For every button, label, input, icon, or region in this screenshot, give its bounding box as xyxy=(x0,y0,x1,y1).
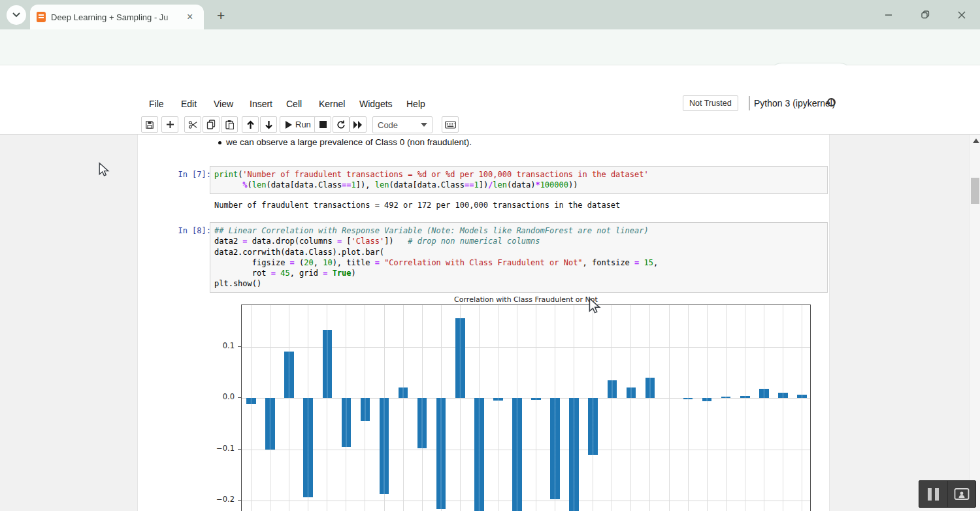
bar-V14 xyxy=(512,398,522,511)
bar-V11 xyxy=(455,318,465,398)
move-cell-up-button[interactable] xyxy=(242,116,259,133)
cell7-input[interactable]: print('Number of fraudulent transactions… xyxy=(210,166,828,194)
notebook-container: we can observe a large prevalence of Cla… xyxy=(137,135,830,511)
cell8-prompt: In [8]: xyxy=(164,225,211,236)
bar-V20 xyxy=(627,387,636,398)
window-restore-button[interactable] xyxy=(907,0,943,29)
notebook-area: we can observe a large prevalence of Cla… xyxy=(0,135,980,511)
bar-V24 xyxy=(702,398,712,401)
pause-icon xyxy=(928,488,939,501)
tab-title: Deep Learning + Sampling - Ju xyxy=(51,12,182,22)
cut-cell-button[interactable] xyxy=(184,116,201,133)
paste-cell-button[interactable] xyxy=(221,116,238,133)
move-cell-down-button[interactable] xyxy=(260,116,277,133)
menu-cell[interactable]: Cell xyxy=(286,99,302,109)
restart-run-all-button[interactable] xyxy=(350,116,367,133)
bar-V17 xyxy=(569,398,579,511)
bar-V19 xyxy=(608,380,617,398)
bar-V3 xyxy=(303,398,313,497)
code-line: %(len(data[data.Class==1]), len(data[dat… xyxy=(214,180,823,190)
markdown-bullet-dot xyxy=(218,141,221,144)
code-line: ## Linear Correlation with Response Vari… xyxy=(214,225,823,236)
menu-file[interactable]: File xyxy=(149,99,164,109)
bar-V7 xyxy=(380,398,389,494)
save-button[interactable] xyxy=(141,116,158,133)
code-line: rot = 45, grid = True) xyxy=(214,268,823,278)
bar-V13 xyxy=(493,398,503,401)
bar-V16 xyxy=(550,398,560,499)
code-line: data2.corrwith(data.Class).plot.bar( xyxy=(214,247,823,257)
jupyter-menubar: File Edit View Insert Cell Kernel Widget… xyxy=(0,93,980,115)
y-tick-label: −0.2 xyxy=(201,495,235,504)
window-close-button[interactable] xyxy=(943,0,980,29)
interrupt-kernel-button[interactable] xyxy=(314,116,331,133)
code-line: plt.show() xyxy=(214,278,823,289)
bar-V28 xyxy=(778,393,788,398)
add-cell-button[interactable] xyxy=(161,116,178,133)
cell7-prompt: In [7]: xyxy=(164,169,211,180)
kernel-separator xyxy=(749,96,750,110)
pause-button[interactable] xyxy=(919,481,947,507)
bar-V12 xyxy=(474,398,484,511)
window-controls xyxy=(870,0,980,29)
correlation-bar-chart xyxy=(241,305,811,511)
bar-V27 xyxy=(759,389,769,398)
menu-kernel[interactable]: Kernel xyxy=(319,99,345,109)
code-line: figsize = (20, 10), title = "Correlation… xyxy=(214,257,823,268)
copy-cell-button[interactable] xyxy=(203,116,220,133)
restart-kernel-button[interactable] xyxy=(333,116,350,133)
menu-view[interactable]: View xyxy=(214,99,233,109)
code-line: print('Number of fraudulent transactions… xyxy=(214,169,823,180)
new-tab-button[interactable]: + xyxy=(217,8,225,24)
bar-V6 xyxy=(361,398,370,421)
scrollbar-thumb[interactable] xyxy=(971,178,979,204)
bar-Amount xyxy=(797,395,807,398)
bar-Time xyxy=(246,398,256,404)
picture-in-picture-button[interactable] xyxy=(947,481,976,507)
bar-V9 xyxy=(417,398,427,448)
kernel-name: Python 3 (ipykernel) xyxy=(754,98,836,108)
cell7-code: print('Number of fraudulent transactions… xyxy=(214,169,823,191)
window-minimize-button[interactable] xyxy=(870,0,907,29)
browser-toolbar: localhost:8888/notebooks/Deep%20Learning… xyxy=(0,29,980,65)
picture-in-picture-icon xyxy=(954,487,970,501)
not-trusted-button[interactable]: Not Trusted xyxy=(683,95,738,111)
bar-V2 xyxy=(284,352,294,398)
bar-V26 xyxy=(740,396,750,398)
cell-type-select[interactable]: Code xyxy=(372,116,433,133)
kernel-status-icon xyxy=(827,98,836,107)
menu-help[interactable]: Help xyxy=(406,99,425,109)
y-tick-label: −0.1 xyxy=(201,444,235,453)
chevron-down-icon xyxy=(12,12,20,18)
command-palette-button[interactable] xyxy=(442,116,459,133)
bar-V23 xyxy=(683,398,693,399)
chart-title: Correlation with Class Fraudulent or Not xyxy=(241,295,811,304)
cell8-input[interactable]: ## Linear Correlation with Response Vari… xyxy=(210,222,828,293)
menu-insert[interactable]: Insert xyxy=(250,99,272,109)
bar-V10 xyxy=(436,398,446,509)
bar-V8 xyxy=(399,387,408,398)
scrollbar-up-icon[interactable] xyxy=(973,139,979,143)
run-button[interactable]: Run xyxy=(280,116,317,133)
code-line: data2 = data.drop(columns = ['Class']) #… xyxy=(214,236,823,246)
markdown-text: we can observe a large prevalence of Cla… xyxy=(226,137,472,147)
run-label: Run xyxy=(295,120,311,129)
play-icon xyxy=(286,121,292,129)
chevron-down-icon xyxy=(421,123,427,127)
y-tick-label: 0.0 xyxy=(201,392,235,401)
bar-V15 xyxy=(531,398,541,400)
menu-widgets[interactable]: Widgets xyxy=(359,99,393,109)
bar-V5 xyxy=(342,398,351,447)
jupyter-favicon-icon xyxy=(37,12,46,22)
notebook-toolbar: Run Code xyxy=(0,115,980,135)
tab-close-icon[interactable]: × xyxy=(187,12,193,22)
y-tick-label: 0.1 xyxy=(201,341,235,350)
cell-type-value: Code xyxy=(378,120,398,130)
cell8-code: ## Linear Correlation with Response Vari… xyxy=(214,225,823,289)
bar-V21 xyxy=(645,378,655,398)
screen: Deep Learning + Sampling - Ju × + localh… xyxy=(0,0,980,511)
menu-edit[interactable]: Edit xyxy=(181,99,197,109)
browser-tab[interactable]: Deep Learning + Sampling - Ju × xyxy=(30,5,204,29)
jupyter-header: jupyter Deep Learning + Sampling Last Ch… xyxy=(0,65,980,93)
tab-search-button[interactable] xyxy=(7,5,26,25)
